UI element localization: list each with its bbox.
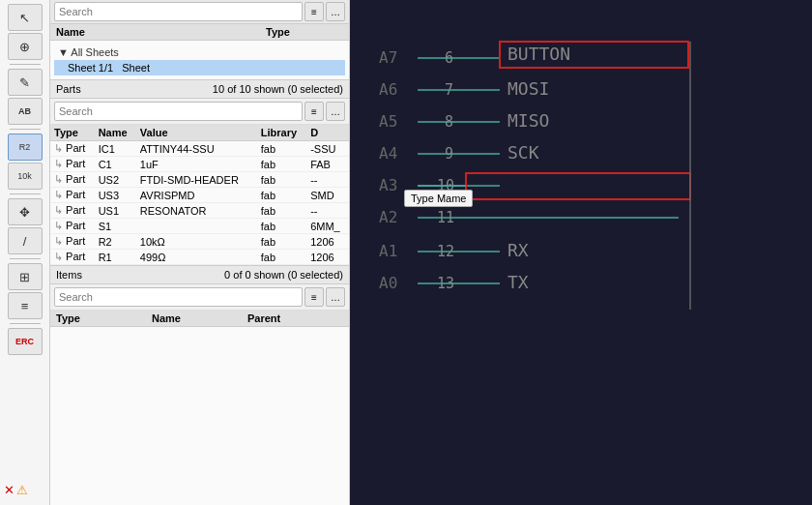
toolbar-separator-4 (10, 258, 41, 259)
part-value: AVRISPMD (136, 188, 257, 203)
table-row[interactable]: ↳ Part C1 1uF fab FAB (50, 157, 349, 172)
svg-text:TX: TX (508, 272, 529, 292)
part-value: FTDI-SMD-HEADER (136, 172, 257, 188)
line-icon: / (23, 234, 27, 249)
r2-tool-btn[interactable]: R2 (8, 134, 43, 161)
sheets-tree: ▼ All Sheets Sheet 1/1 Sheet (50, 41, 349, 79)
svg-text:A6: A6 (379, 80, 397, 99)
parts-search-row: ≡ … (50, 99, 349, 125)
items-panel-header: Items 0 of 0 shown (0 selected) (50, 266, 349, 284)
sheets-panel: ≡ … Name Type ▼ All Sheets Sheet 1/1 She… (50, 0, 349, 80)
items-filter-btn[interactable]: ≡ (304, 287, 324, 307)
label-icon: AB (18, 106, 31, 116)
parts-panel: Parts 10 of 10 shown (0 selected) ≡ … Ty… (50, 80, 349, 266)
part-type: ↳ Part (50, 219, 95, 234)
schematic-svg: A7 A6 A5 A4 A3 A2 A1 A0 6 7 8 9 10 11 12… (350, 0, 812, 505)
part-library: fab (257, 157, 306, 172)
net-icon: ≡ (21, 299, 29, 313)
svg-text:A3: A3 (379, 176, 397, 194)
sheets-more-btn[interactable]: … (326, 2, 345, 21)
toolbar-separator-2 (10, 129, 41, 130)
items-col-name: Name (152, 312, 247, 324)
table-row[interactable]: ↳ Part R1 499Ω fab 1206 (50, 250, 349, 265)
items-search-input[interactable] (54, 287, 303, 307)
svg-text:A0: A0 (379, 274, 397, 292)
move-icon: ✥ (19, 205, 30, 220)
left-toolbar: ↖ ⊕ ✎ AB R2 10k ✥ / ⊞ ≡ ERC ✕ ⚠ (0, 0, 50, 505)
items-body (50, 327, 349, 505)
toolbar-separator-3 (10, 193, 41, 194)
parts-filter-icon: ≡ (311, 106, 317, 117)
main-canvas[interactable]: A7 A6 A5 A4 A3 A2 A1 A0 6 7 8 9 10 11 12… (350, 0, 812, 505)
items-title: Items (56, 269, 82, 281)
svg-text:A7: A7 (379, 48, 397, 67)
sidebar: ≡ … Name Type ▼ All Sheets Sheet 1/1 She… (50, 0, 350, 505)
parts-col-d: D (306, 125, 349, 141)
part-value: ATTINY44-SSU (136, 141, 257, 157)
parts-col-name: Name (95, 125, 136, 141)
items-search-row: ≡ … (50, 284, 349, 311)
sheets-tree-root[interactable]: ▼ All Sheets (54, 45, 345, 60)
parts-more-btn[interactable]: … (326, 102, 345, 121)
more-icon: … (331, 7, 340, 17)
r2-icon: R2 (19, 142, 31, 152)
svg-text:A5: A5 (379, 112, 397, 131)
place-icon: ⊞ (19, 270, 30, 284)
part-value: 10kΩ (136, 234, 257, 250)
items-more-btn[interactable]: … (326, 287, 345, 307)
svg-text:A1: A1 (379, 242, 397, 260)
part-name: R1 (95, 250, 136, 265)
sheets-tree-sheet[interactable]: Sheet 1/1 Sheet (54, 60, 345, 75)
table-row[interactable]: ↳ Part S1 fab 6MM_ (50, 219, 349, 234)
type-name-label: Type Mame (411, 193, 466, 204)
part-name: S1 (95, 219, 136, 234)
parts-search-input[interactable] (54, 102, 303, 121)
part-name: US2 (95, 172, 136, 188)
parts-filter-btn[interactable]: ≡ (304, 102, 324, 121)
parts-more-icon: … (331, 106, 340, 117)
part-d: 6MM_ (306, 219, 349, 234)
warning-icon: ⚠ (16, 483, 28, 497)
part-d: FAB (306, 157, 349, 172)
part-name: IC1 (95, 141, 136, 157)
net-tool-btn[interactable]: ≡ (8, 292, 43, 319)
move-tool-btn[interactable]: ✥ (8, 198, 43, 225)
place-tool-btn[interactable]: ⊞ (8, 263, 43, 290)
parts-col-type: Type (50, 125, 95, 141)
10k-tool-btn[interactable]: 10k (8, 163, 43, 190)
zoom-tool-btn[interactable]: ⊕ (8, 33, 43, 60)
10k-icon: 10k (17, 171, 32, 181)
part-type: ↳ Part (50, 172, 95, 188)
toolbar-separator-5 (10, 323, 41, 324)
sheets-search-input[interactable] (54, 2, 303, 21)
table-row[interactable]: ↳ Part R2 10kΩ fab 1206 (50, 234, 349, 250)
part-type: ↳ Part (50, 250, 95, 265)
svg-text:MOSI: MOSI (508, 78, 549, 99)
part-library: fab (257, 141, 306, 157)
items-count: 0 of 0 shown (0 selected) (224, 269, 343, 281)
part-d: -- (306, 203, 349, 219)
part-d: 1206 (306, 250, 349, 265)
table-row[interactable]: ↳ Part US3 AVRISPMD fab SMD (50, 188, 349, 203)
table-row[interactable]: ↳ Part US2 FTDI-SMD-HEADER fab -- (50, 172, 349, 188)
erc-tool-btn[interactable]: ERC (8, 328, 43, 355)
label-tool-btn[interactable]: AB (8, 98, 43, 125)
parts-panel-header: Parts 10 of 10 shown (0 selected) (50, 80, 349, 99)
table-row[interactable]: ↳ Part US1 RESONATOR fab -- (50, 203, 349, 219)
line-tool-btn[interactable]: / (8, 227, 43, 254)
table-row[interactable]: ↳ Part IC1 ATTINY44-SSU fab -SSU (50, 141, 349, 157)
wire-icon: ✎ (19, 75, 30, 90)
zoom-icon: ⊕ (19, 40, 30, 54)
part-library: fab (257, 219, 306, 234)
part-value: 499Ω (136, 250, 257, 265)
svg-text:RX: RX (508, 240, 529, 260)
sheets-col-name: Name (56, 26, 266, 38)
wire-tool-btn[interactable]: ✎ (8, 69, 43, 96)
part-type: ↳ Part (50, 203, 95, 219)
sheets-filter-btn[interactable]: ≡ (304, 2, 324, 21)
part-value (136, 219, 257, 234)
sheets-col-headers: Name Type (50, 24, 349, 41)
part-type: ↳ Part (50, 157, 95, 172)
parts-col-value: Value (136, 125, 257, 141)
pointer-tool-btn[interactable]: ↖ (8, 4, 43, 31)
